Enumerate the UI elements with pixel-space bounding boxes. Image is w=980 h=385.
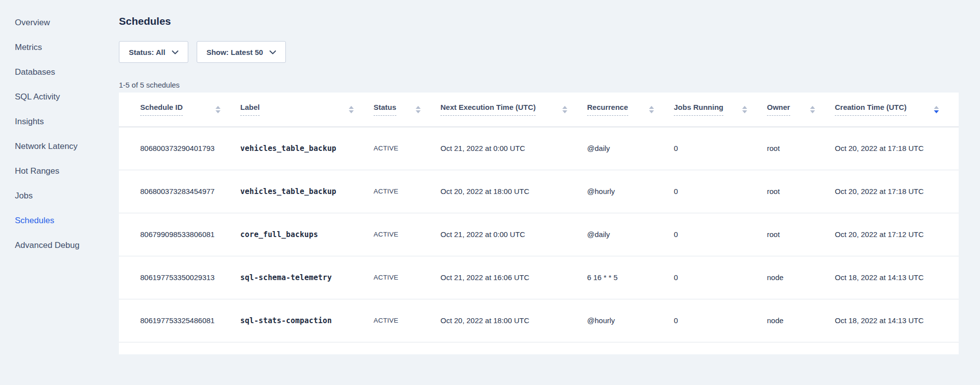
label-cell: vehicles_table_backup bbox=[240, 127, 374, 170]
sidebar-item-schedules[interactable]: Schedules bbox=[15, 208, 119, 233]
column-label: Status bbox=[374, 103, 396, 116]
sidebar-item-overview[interactable]: Overview bbox=[15, 10, 119, 35]
status-filter-dropdown[interactable]: Status: All bbox=[119, 41, 188, 63]
sidebar-item-databases[interactable]: Databases bbox=[15, 60, 119, 85]
column-header-label[interactable]: Label bbox=[240, 93, 374, 127]
owner-cell: root bbox=[767, 213, 835, 256]
owner-cell: node bbox=[767, 256, 835, 299]
column-header-schedule-id[interactable]: Schedule ID bbox=[119, 93, 240, 127]
recurrence-cell: @hourly bbox=[587, 170, 674, 213]
next-exec-cell: Oct 20, 2022 at 18:00 UTC bbox=[440, 170, 587, 213]
jobs-cell: 0 bbox=[674, 127, 767, 170]
id-cell: 806197753350029313 bbox=[119, 256, 240, 299]
column-header-jobs-running[interactable]: Jobs Running bbox=[674, 93, 767, 127]
sidebar-nav: OverviewMetricsDatabasesSQL ActivityInsi… bbox=[0, 0, 119, 385]
column-label: Creation Time (UTC) bbox=[835, 103, 907, 116]
sidebar-item-network-latency[interactable]: Network Latency bbox=[15, 134, 119, 159]
next-exec-cell: Oct 21, 2022 at 0:00 UTC bbox=[440, 127, 587, 170]
table-row: 806800373283454977vehicles_table_backupA… bbox=[119, 170, 959, 213]
label-cell: sql-stats-compaction bbox=[240, 299, 374, 342]
id-cell: 806799098533806081 bbox=[119, 213, 240, 256]
recurrence-cell: @hourly bbox=[587, 299, 674, 342]
table-row: 806197753350029313sql-schema-telemetryAC… bbox=[119, 256, 959, 299]
label-cell: sql-schema-telemetry bbox=[240, 256, 374, 299]
column-label: Label bbox=[240, 103, 260, 116]
chevron-down-icon bbox=[270, 50, 276, 54]
jobs-cell: 0 bbox=[674, 213, 767, 256]
sidebar-item-insights[interactable]: Insights bbox=[15, 109, 119, 134]
status-cell: ACTIVE bbox=[374, 299, 440, 342]
created-cell: Oct 18, 2022 at 14:13 UTC bbox=[835, 256, 959, 299]
sort-arrows-icon bbox=[810, 106, 815, 113]
column-label: Jobs Running bbox=[674, 103, 723, 116]
filter-bar: Status: All Show: Latest 50 bbox=[119, 41, 959, 63]
sort-arrows-icon bbox=[216, 106, 220, 113]
owner-cell: node bbox=[767, 299, 835, 342]
column-label: Owner bbox=[767, 103, 790, 116]
column-header-next-execution-time-utc[interactable]: Next Execution Time (UTC) bbox=[440, 93, 587, 127]
status-cell: ACTIVE bbox=[374, 170, 440, 213]
page-title: Schedules bbox=[119, 16, 959, 26]
status-cell: ACTIVE bbox=[374, 256, 440, 299]
created-cell: Oct 18, 2022 at 14:13 UTC bbox=[835, 299, 959, 342]
results-count: 1-5 of 5 schedules bbox=[119, 81, 959, 89]
main-content: Schedules Status: All Show: Latest 50 1-… bbox=[119, 0, 980, 385]
owner-cell: root bbox=[767, 170, 835, 213]
owner-cell: root bbox=[767, 127, 835, 170]
table-row: 806197753325486081sql-stats-compactionAC… bbox=[119, 299, 959, 342]
column-header-creation-time-utc[interactable]: Creation Time (UTC) bbox=[835, 93, 959, 127]
show-filter-dropdown[interactable]: Show: Latest 50 bbox=[197, 41, 286, 63]
sidebar-item-advanced-debug[interactable]: Advanced Debug bbox=[15, 233, 119, 258]
sort-arrows-icon bbox=[562, 106, 567, 113]
sidebar-item-hot-ranges[interactable]: Hot Ranges bbox=[15, 159, 119, 184]
table-header-row: Schedule IDLabelStatusNext Execution Tim… bbox=[119, 93, 959, 127]
sort-arrows-icon bbox=[934, 106, 939, 113]
sort-arrows-icon bbox=[742, 106, 747, 113]
table-row: 806800373290401793vehicles_table_backupA… bbox=[119, 127, 959, 170]
sidebar-item-jobs[interactable]: Jobs bbox=[15, 184, 119, 208]
status-filter-label: Status: All bbox=[129, 48, 165, 56]
sidebar-item-sql-activity[interactable]: SQL Activity bbox=[15, 85, 119, 109]
created-cell: Oct 20, 2022 at 17:18 UTC bbox=[835, 127, 959, 170]
sort-arrows-icon bbox=[416, 106, 421, 113]
table-body: 806800373290401793vehicles_table_backupA… bbox=[119, 127, 959, 342]
recurrence-cell: @daily bbox=[587, 213, 674, 256]
label-cell: core_full_backups bbox=[240, 213, 374, 256]
column-label: Schedule ID bbox=[140, 103, 183, 116]
status-cell: ACTIVE bbox=[374, 127, 440, 170]
column-label: Recurrence bbox=[587, 103, 628, 116]
jobs-cell: 0 bbox=[674, 256, 767, 299]
id-cell: 806800373283454977 bbox=[119, 170, 240, 213]
label-cell: vehicles_table_backup bbox=[240, 170, 374, 213]
status-cell: ACTIVE bbox=[374, 213, 440, 256]
sidebar-item-metrics[interactable]: Metrics bbox=[15, 35, 119, 60]
created-cell: Oct 20, 2022 at 17:18 UTC bbox=[835, 170, 959, 213]
column-header-owner[interactable]: Owner bbox=[767, 93, 835, 127]
app-root: OverviewMetricsDatabasesSQL ActivityInsi… bbox=[0, 0, 980, 385]
jobs-cell: 0 bbox=[674, 299, 767, 342]
recurrence-cell: 6 16 * * 5 bbox=[587, 256, 674, 299]
id-cell: 806800373290401793 bbox=[119, 127, 240, 170]
sort-arrows-icon bbox=[649, 106, 654, 113]
schedules-table: Schedule IDLabelStatusNext Execution Tim… bbox=[119, 93, 959, 342]
created-cell: Oct 20, 2022 at 17:12 UTC bbox=[835, 213, 959, 256]
next-exec-cell: Oct 21, 2022 at 16:06 UTC bbox=[440, 256, 587, 299]
recurrence-cell: @daily bbox=[587, 127, 674, 170]
chevron-down-icon bbox=[172, 50, 178, 54]
column-header-status[interactable]: Status bbox=[374, 93, 440, 127]
column-header-recurrence[interactable]: Recurrence bbox=[587, 93, 674, 127]
next-exec-cell: Oct 21, 2022 at 0:00 UTC bbox=[440, 213, 587, 256]
show-filter-label: Show: Latest 50 bbox=[207, 48, 263, 56]
next-exec-cell: Oct 20, 2022 at 18:00 UTC bbox=[440, 299, 587, 342]
jobs-cell: 0 bbox=[674, 170, 767, 213]
table-row: 806799098533806081core_full_backupsACTIV… bbox=[119, 213, 959, 256]
sort-arrows-icon bbox=[349, 106, 354, 113]
column-label: Next Execution Time (UTC) bbox=[440, 103, 536, 116]
schedules-table-card: Schedule IDLabelStatusNext Execution Tim… bbox=[119, 93, 959, 354]
id-cell: 806197753325486081 bbox=[119, 299, 240, 342]
